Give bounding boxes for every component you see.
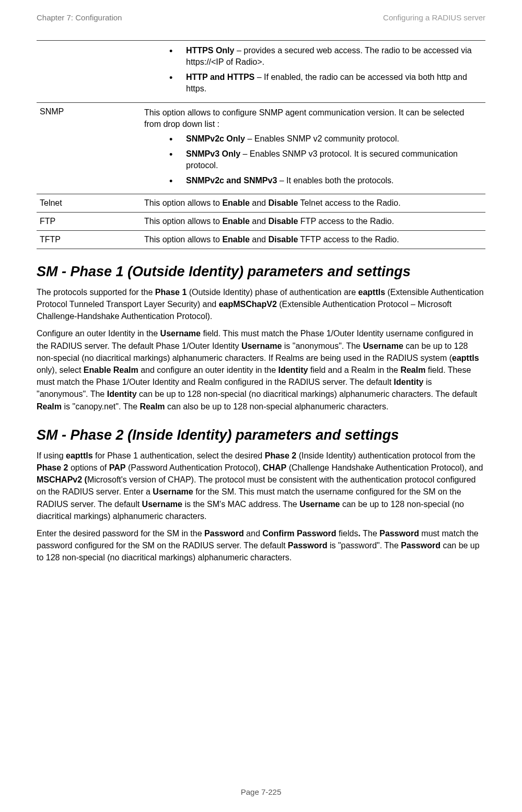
- table-row-bullet: SNMPv3 Only – Enables SNMP v3 protocol. …: [169, 148, 482, 172]
- table-row-bullet: HTTP and HTTPS – If enabled, the radio c…: [169, 72, 482, 95]
- table-row-bullet: SNMPv2c Only – Enables SNMP v2 community…: [169, 133, 482, 145]
- table-label-ftp: FTP: [37, 212, 141, 230]
- header-left: Chapter 7: Configuration: [37, 13, 122, 22]
- table-label-tftp: TFTP: [37, 230, 141, 249]
- table-label-telnet: Telnet: [37, 194, 141, 212]
- page-header: Chapter 7: Configuration Configuring a R…: [37, 13, 485, 22]
- page-footer: Page 7-225: [0, 787, 522, 796]
- body-paragraph: If using eapttls for Phase 1 authenticat…: [37, 450, 485, 522]
- section-heading-phase2: SM - Phase 2 (Inside Identity) parameter…: [37, 427, 485, 443]
- body-paragraph: Enter the desired password for the SM in…: [37, 527, 485, 564]
- table-desc: This option allows to Enable and Disable…: [141, 194, 485, 212]
- config-table: HTTPS Only – provides a secured web acce…: [37, 40, 485, 249]
- table-desc: This option allows to Enable and Disable…: [141, 212, 485, 230]
- body-paragraph: Configure an outer Identity in the Usern…: [37, 327, 485, 412]
- table-desc: This option allows to Enable and Disable…: [141, 230, 485, 249]
- body-paragraph: The protocols supported for the Phase 1 …: [37, 286, 485, 323]
- table-row-bullet: SNMPv2c and SNMPv3 – It enables both the…: [169, 175, 482, 186]
- table-label-snmp: SNMP: [37, 102, 141, 194]
- header-right: Configuring a RADIUS server: [383, 13, 485, 22]
- section-heading-phase1: SM - Phase 1 (Outside Identity) paramete…: [37, 264, 485, 280]
- table-row-bullet: HTTPS Only – provides a secured web acce…: [169, 45, 482, 68]
- table-desc: This option allows to configure SNMP age…: [144, 107, 482, 131]
